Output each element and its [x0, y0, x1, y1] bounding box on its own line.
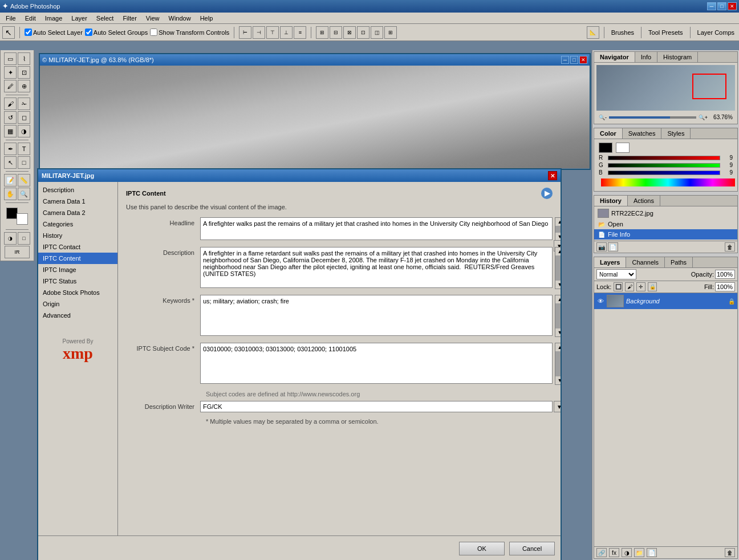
kw-scroll-track[interactable]	[555, 303, 561, 328]
sidebar-categories[interactable]: Categories	[38, 218, 117, 230]
tab-navigator[interactable]: Navigator	[594, 52, 635, 62]
tab-swatches[interactable]: Swatches	[623, 128, 662, 139]
keywords-textarea[interactable]	[200, 295, 553, 336]
gradient-tool[interactable]: ▦	[4, 125, 17, 137]
minimize-button[interactable]: ─	[707, 2, 716, 10]
lasso-tool[interactable]: ⌇	[18, 52, 30, 65]
brushes-label[interactable]: Brushes	[609, 28, 636, 37]
tab-info[interactable]: Info	[635, 52, 657, 62]
lock-all-btn[interactable]: 🔒	[648, 282, 657, 291]
sidebar-iptc-contact[interactable]: IPTC Contact	[38, 241, 117, 253]
menu-window[interactable]: Window	[164, 14, 196, 23]
layer-delete-btn[interactable]: 🗑	[725, 548, 735, 557]
history-item-2[interactable]: 📂 Open	[594, 219, 737, 229]
blue-bar[interactable]	[608, 171, 720, 175]
sidebar-iptc-content[interactable]: IPTC Content	[38, 253, 117, 264]
tab-actions[interactable]: Actions	[628, 196, 660, 206]
lock-transparent-btn[interactable]: 🔲	[614, 282, 623, 291]
layer-group-btn[interactable]: 📁	[634, 548, 644, 557]
distribute-icon-3[interactable]: ⊠	[343, 26, 356, 39]
foreground-color[interactable]	[6, 208, 18, 219]
align-bottom-icon[interactable]: ≡	[294, 26, 306, 39]
menu-file[interactable]: File	[1, 14, 21, 23]
sidebar-history[interactable]: History	[38, 230, 117, 241]
history-item-3[interactable]: 📄 File Info	[594, 229, 737, 240]
zoom-tool[interactable]: 🔍	[18, 188, 30, 200]
brush-tool[interactable]: 🖌	[4, 98, 17, 110]
select-tool[interactable]: ▭	[4, 52, 17, 65]
color-fg-swatch[interactable]	[599, 143, 612, 153]
sidebar-iptc-image[interactable]: IPTC Image	[38, 264, 117, 275]
distribute-icon-4[interactable]: ⊡	[357, 26, 370, 39]
layer-link-btn[interactable]: 🔗	[596, 548, 607, 557]
maximize-button[interactable]: □	[717, 2, 726, 10]
quick-mask-btn[interactable]: ◑	[4, 232, 17, 245]
sidebar-origin[interactable]: Origin	[38, 298, 117, 310]
sidebar-camera-data-1[interactable]: Camera Data 1	[38, 196, 117, 207]
history-item-1[interactable]: RTR22EC2.jpg	[594, 208, 737, 219]
type-tool[interactable]: T	[18, 143, 30, 155]
iptc-code-textarea[interactable]	[200, 343, 553, 384]
sidebar-camera-data-2[interactable]: Camera Data 2	[38, 207, 117, 218]
history-newdoc-btn[interactable]: 📄	[608, 242, 618, 251]
close-button[interactable]: ✕	[728, 2, 737, 10]
fg-bg-colors[interactable]	[6, 208, 28, 225]
menu-layer[interactable]: Layer	[67, 14, 92, 23]
align-top-icon[interactable]: ⊥	[280, 26, 293, 39]
sidebar-iptc-status[interactable]: IPTC Status	[38, 275, 117, 287]
menu-view[interactable]: View	[141, 14, 164, 23]
layer-new-btn[interactable]: 📄	[647, 548, 657, 557]
align-left-icon[interactable]: ⊢	[239, 26, 251, 39]
magic-wand-tool[interactable]: ✦	[4, 66, 17, 79]
zoom-in-icon[interactable]: 🔍+	[699, 115, 708, 120]
headline-scroll-down[interactable]: ▼	[555, 233, 561, 241]
color-spectrum[interactable]	[601, 178, 735, 186]
lock-position-btn[interactable]: ✛	[636, 282, 645, 291]
sidebar-advanced[interactable]: Advanced	[38, 310, 117, 321]
hand-tool[interactable]: ✋	[4, 188, 17, 200]
history-snapshot-btn[interactable]: 📷	[596, 242, 607, 251]
blend-mode-select[interactable]: Normal	[596, 269, 636, 279]
menu-select[interactable]: Select	[92, 14, 119, 23]
show-transform-check[interactable]: Show Transform Controls	[150, 29, 229, 36]
cancel-button[interactable]: Cancel	[509, 542, 555, 555]
sidebar-adobe-stock[interactable]: Adobe Stock Photos	[38, 287, 117, 298]
measure-tool[interactable]: 📏	[18, 174, 30, 186]
auto-select-layer-check[interactable]: Auto Select Layer	[25, 29, 83, 36]
tab-history[interactable]: History	[594, 196, 628, 206]
kw-scroll-down[interactable]: ▼	[555, 328, 561, 336]
distribute-icon-1[interactable]: ⊞	[316, 26, 328, 39]
image-maximize-btn[interactable]: □	[570, 56, 578, 64]
tab-histogram[interactable]: Histogram	[657, 52, 698, 62]
align-center-icon[interactable]: ⊣	[253, 26, 265, 39]
measure-icon[interactable]: 📐	[587, 26, 599, 39]
menu-edit[interactable]: Edit	[21, 14, 40, 23]
history-delete-btn[interactable]: 🗑	[725, 242, 735, 251]
lock-image-btn[interactable]: 🖌	[625, 282, 634, 291]
layer-mask-btn[interactable]: ◑	[622, 548, 632, 557]
layer-eye-icon[interactable]: 👁	[596, 297, 604, 305]
green-bar[interactable]	[608, 163, 720, 168]
menu-help[interactable]: Help	[196, 14, 218, 23]
zoom-slider[interactable]	[609, 116, 696, 119]
tab-styles[interactable]: Styles	[661, 128, 691, 139]
layer-comps-label[interactable]: Layer Comps	[695, 28, 737, 37]
iptc-scroll-down[interactable]: ▼	[555, 376, 561, 384]
dialog-close-btn[interactable]: ✕	[548, 171, 557, 180]
image-minimize-btn[interactable]: ─	[561, 56, 569, 64]
red-bar[interactable]	[608, 156, 720, 160]
opacity-input[interactable]	[715, 270, 735, 279]
notes-tool[interactable]: 📝	[4, 174, 17, 186]
description-textarea[interactable]	[200, 247, 553, 288]
tab-paths[interactable]: Paths	[665, 257, 693, 267]
distribute-icon-2[interactable]: ⊟	[330, 26, 342, 39]
screen-mode-btn[interactable]: □	[18, 232, 30, 245]
eraser-tool[interactable]: ◻	[18, 111, 30, 124]
fill-input[interactable]	[715, 282, 735, 291]
crop-tool[interactable]: ⊡	[18, 66, 30, 79]
history-brush-tool[interactable]: ↺	[4, 111, 17, 124]
eyedropper-tool[interactable]: 🖉	[4, 80, 17, 92]
desc-scroll-up[interactable]: ▲	[555, 247, 561, 255]
shape-tool[interactable]: □	[18, 156, 30, 169]
tool-presets-label[interactable]: Tool Presets	[646, 28, 685, 37]
